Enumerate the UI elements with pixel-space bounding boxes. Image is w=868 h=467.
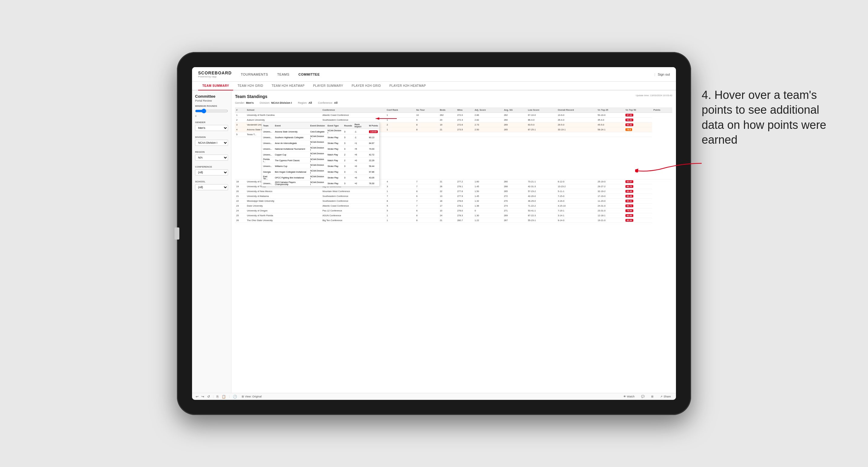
points-badge[interactable]: 80.94 [625,219,633,222]
sidebar-label-gender: Gender [195,121,228,124]
undo-icon[interactable]: ↩ [196,395,198,399]
comment-button[interactable]: 💬 [640,395,646,399]
list-item: Univers... 2023 Sahalee Players Champion… [262,181,379,186]
watch-button[interactable]: 👁 Watch [622,395,636,399]
popup-col-wpoints: W Points [368,123,379,129]
view-original-button[interactable]: ⊞ View: Original [240,395,263,399]
list-item: East Ter... OFCC Fighting Illini Invitat… [262,175,379,181]
top-nav: SCOREBOARD Powered by clipp TOURNAMENTS … [192,67,676,82]
popup-col-type: Event Type [326,123,343,129]
points-badge[interactable]: 80.41 [625,199,633,203]
sidebar-section-school: School (All) [195,180,228,191]
points-badge[interactable]: 93.31 [625,119,633,121]
table-row: 22 Mississippi State University Southeas… [235,199,672,204]
school-select[interactable]: (All) [195,184,228,190]
bottom-toolbar: ↩ ↪ ↺ | ⎘ 📋 | 🕐 ⊞ View: Original 👁 Watch… [192,393,676,400]
sidebar-section-region: Region N/A [195,151,228,162]
col-vs-top25: Vs Top 25 [596,107,624,113]
points-badge[interactable]: 97.02 [625,114,633,117]
comment-icon: 💬 [641,395,645,398]
nav-teams[interactable]: TEAMS [277,71,289,77]
toolbar-right: 👁 Watch 💬 ⊞ ↗ Share [622,395,672,399]
rounds-value: 3 [195,115,228,117]
side-button[interactable] [175,227,179,240]
paste-icon[interactable]: 📋 [222,395,226,399]
grid-view-button[interactable]: ⊞ [650,395,655,399]
tab-team-h2h-grid[interactable]: TEAM H2H GRID [233,82,267,90]
table-row: 20 University of New Mexico Mountain Wes… [235,189,672,194]
table-row: 26 The Ohio State University Big Ten Con… [235,218,672,223]
col-bnds: Bnds [438,107,456,113]
table-row: 23 Duke University Atlantic Coast Confer… [235,204,672,208]
gender-select[interactable]: Men's Women's [195,125,228,131]
points-badge[interactable]: 80.89 [625,214,633,217]
tab-team-h2h-heatmap[interactable]: TEAM H2H HEATMAP [267,82,309,90]
list-item: Univers... Copper Cup NCAA Division I Ma… [262,152,379,158]
col-rank: # [235,107,246,113]
filter-region: Region: All [298,101,312,104]
list-item: Univers... Arizona State University Celc… [262,129,379,134]
tab-player-h2h-heatmap[interactable]: PLAYER H2H HEATMAP [385,82,430,90]
sidebar-section-division: Division NCAA Division I [195,136,228,147]
sidebar-section-conference: Conference (All) [195,165,228,177]
nav-tournaments[interactable]: TOURNAMENTS [241,71,268,77]
nav-links: TOURNAMENTS TEAMS COMMITTEE [241,71,654,77]
col-conf-rank: Conf Rank [385,107,415,113]
conference-select[interactable]: (All) [195,169,228,176]
eye-icon: 👁 [623,395,626,398]
sidebar-label-rounds: Minimum Rounds [195,105,228,107]
points-badge[interactable]: 79.54 [625,209,633,212]
clock-icon[interactable]: 🕐 [233,395,237,399]
list-item: Univers... Williams Cup NCAA Division I … [262,163,379,169]
points-badge-highlighted[interactable]: 79.5 [625,128,632,131]
copy-icon[interactable]: ⎘ [217,395,219,398]
region-select[interactable]: N/A [195,155,228,161]
main-content: Committee Portal Review Minimum Rounds 3… [192,90,676,393]
list-item: Florida I... The Cypress Point Classic N… [262,158,379,163]
nav-committee[interactable]: COMMITTEE [299,71,320,77]
col-vs-top50: Vs Top 50 [624,107,652,113]
update-time: Update time: 13/03/2024 10:03:42 [636,94,672,97]
col-overall-record: Overall Record [557,107,596,113]
sidebar-title: Committee [195,94,228,99]
sidebar-label-division: Division [195,136,228,138]
points-badge[interactable]: 80.70 [625,185,633,188]
popup-col-rounds: Rounds [343,123,353,129]
points-badge[interactable]: 80.71 [625,205,633,207]
col-conference: Conference [321,107,385,113]
refresh-icon[interactable]: ↺ [207,395,210,399]
table-row: 2 Auburn University Southeastern Confere… [235,118,672,123]
view-icon: ⊞ [242,395,244,398]
list-item: Georgia Ben Hogan Collegiate Invitationa… [262,169,379,175]
popup-col-event: Event [274,123,309,129]
points-badge[interactable]: 80.49 [625,190,633,193]
points-badge[interactable]: 90.32 [625,123,633,126]
popup-col-team: Team [262,123,274,129]
col-school: School [246,107,321,113]
report-area: Team Standings Update time: 13/03/2024 1… [231,90,676,393]
list-item: Univers... National Invitational Tournam… [262,146,379,152]
points-badge[interactable]: 83.07 [625,180,633,183]
tab-player-h2h-grid[interactable]: PLAYER H2H GRID [347,82,385,90]
list-item: Univers... Southern Highlands Collegiate… [262,134,379,141]
sidebar: Committee Portal Review Minimum Rounds 3… [192,90,231,393]
col-no-tour: No Tour [415,107,438,113]
annotation-text: 4. Hover over a team's points to see add… [702,88,829,148]
nav-divider: | [654,72,655,76]
sign-out-link[interactable]: Sign out [658,72,670,76]
minimum-rounds-slider[interactable] [195,108,228,114]
points-badge[interactable]: 80.48 [625,195,633,197]
logo-main: SCOREBOARD [198,70,232,75]
table-row: 1 University of North Carolina Atlantic … [235,113,672,118]
col-low-score: Low Score [527,107,557,113]
share-button[interactable]: ↗ Share [659,395,672,399]
tab-team-summary[interactable]: TEAM SUMMARY [198,82,233,90]
tab-player-summary[interactable]: PLAYER SUMMARY [309,82,347,90]
table-row: 25 University of North Florida ASUN Conf… [235,213,672,218]
popup-col-rank: Rank Impact [353,123,368,129]
points-tooltip: Team Event Event Division Event Type Rou… [261,122,379,187]
division-select[interactable]: NCAA Division I [195,140,228,146]
sidebar-label-school: School [195,180,228,183]
redo-icon[interactable]: ↪ [202,395,204,399]
logo: SCOREBOARD Powered by clipp [198,70,232,78]
